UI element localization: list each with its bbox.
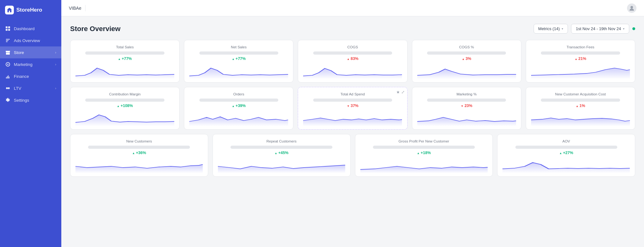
metrics-button[interactable]: Metrics (14) ▾ [534,24,568,34]
metric-change: +18% [360,151,488,155]
arrow-up-icon [132,151,135,155]
metric-card-new-customers: New Customers +36% [70,134,208,177]
metric-value-bar [515,146,617,149]
sidebar-item-label: Ads Overview [14,38,40,43]
arrow-up-icon [462,56,465,61]
page-header: Store Overview Metrics (14) ▾ 1st Nov 24… [70,24,635,34]
metrics-row-2: Contribution Margin +108% Orders [70,87,635,130]
date-btn-label: 1st Nov 24 - 19th Nov 24 [576,26,621,31]
metric-label: Contribution Margin [75,92,174,96]
arrow-up-icon [232,104,235,108]
ads-icon [5,38,11,43]
arrow-up-icon [347,56,350,61]
change-value: 1% [580,104,585,108]
store-icon [5,50,11,55]
card-actions: ★ ⤢ [396,90,405,94]
metric-label: Gross Profit Per New Customer [360,139,488,143]
metric-card-cogs-percent: COGS % 3% [412,40,521,83]
metric-value-bar [85,99,164,102]
finance-icon [5,74,11,79]
sparkline-chart [360,158,488,173]
date-range-button[interactable]: 1st Nov 24 - 19th Nov 24 ▾ [571,24,629,34]
svg-rect-5 [6,77,7,78]
expand-icon[interactable]: ⤢ [401,90,405,94]
topbar: VIBAe [61,0,644,16]
metric-value-bar [313,51,392,55]
sidebar-item-ltv[interactable]: LTV › [0,82,61,94]
marketing-icon [5,62,11,67]
sparkline-chart [417,110,516,126]
metric-label: New Customers [75,139,203,143]
metric-value-bar [313,99,392,102]
arrow-up-icon [559,151,562,155]
svg-rect-3 [8,29,10,31]
chevron-right-icon: › [55,62,56,66]
metric-label: New Customer Acquisition Cost [531,92,630,96]
change-value: +77% [122,56,132,61]
metric-card-contribution-margin: Contribution Margin +108% [70,87,180,130]
sparkline-chart [303,110,402,126]
svg-rect-2 [6,29,8,31]
change-value: +77% [236,56,246,61]
metric-change: +77% [189,56,288,61]
metric-change: 21% [531,56,630,61]
user-avatar[interactable] [627,3,636,13]
chevron-right-icon: › [55,51,56,54]
sidebar-item-dashboard[interactable]: Dashboard [0,23,61,35]
metric-label: Orders [189,92,288,96]
metric-value-bar [541,99,620,102]
sidebar-nav: Dashboard Ads Overview Store › Marketing… [0,20,61,247]
metric-card-gross-profit-per-new-customer: Gross Profit Per New Customer +18% [355,134,493,177]
arrow-up-icon [118,56,121,61]
content-area: Store Overview Metrics (14) ▾ 1st Nov 24… [61,16,644,247]
sidebar-item-label: Settings [14,98,29,103]
metric-value-bar [199,51,278,55]
topbar-left: VIBAe [69,5,86,11]
change-value: 37% [351,104,358,108]
sidebar-item-marketing[interactable]: Marketing › [0,58,61,70]
sidebar: StoreHero Dashboard Ads Overview Store › [0,0,61,247]
chevron-down-icon: ▾ [562,27,563,30]
metric-change: +77% [75,56,174,61]
arrow-up-icon [275,151,277,155]
sparkline-chart [502,158,630,173]
sidebar-item-finance[interactable]: Finance [0,70,61,82]
metric-card-transaction-fees: Transaction Fees 21% [526,40,635,83]
arrow-up-icon [417,151,420,155]
svg-rect-0 [6,26,8,28]
metric-card-aov: AOV +27% [497,134,635,177]
sidebar-item-ads-overview[interactable]: Ads Overview [0,35,61,46]
metric-label: Net Sales [189,45,288,49]
arrow-down-icon [347,104,350,108]
star-icon[interactable]: ★ [396,90,400,94]
sidebar-item-label: LTV [14,86,21,91]
ltv-icon [5,86,11,91]
chevron-right-icon: › [55,86,56,90]
metric-label: Total Sales [75,45,174,49]
metric-card-orders: Orders +39% [184,87,293,130]
metric-change: 23% [417,104,516,108]
sparkline-chart [75,63,174,79]
svg-point-4 [7,64,8,65]
sidebar-item-store[interactable]: Store › [0,46,61,58]
sidebar-item-label: Marketing [14,62,32,67]
change-value: +18% [421,151,431,155]
metric-change: +39% [189,104,288,108]
sparkline-chart [218,158,345,173]
chevron-down-icon: ▾ [623,27,625,30]
metric-change: 37% [303,104,402,108]
arrow-down-icon [461,104,464,108]
sparkline-chart [75,110,174,126]
metric-value-bar [373,146,475,149]
metric-value-bar [230,146,332,149]
metric-change: 83% [303,56,402,61]
metric-label: COGS [303,45,402,49]
metric-change: +36% [75,151,203,155]
metric-value-bar [88,146,190,149]
metric-label: Total Ad Spend [303,92,402,96]
svg-rect-7 [8,75,8,78]
metric-card-total-ad-spend: ★ ⤢ Total Ad Spend 37% [298,87,407,130]
change-value: +108% [120,104,133,108]
metrics-row-3: New Customers +36% Repeat Customers [70,134,635,177]
sidebar-item-settings[interactable]: Settings [0,94,61,106]
